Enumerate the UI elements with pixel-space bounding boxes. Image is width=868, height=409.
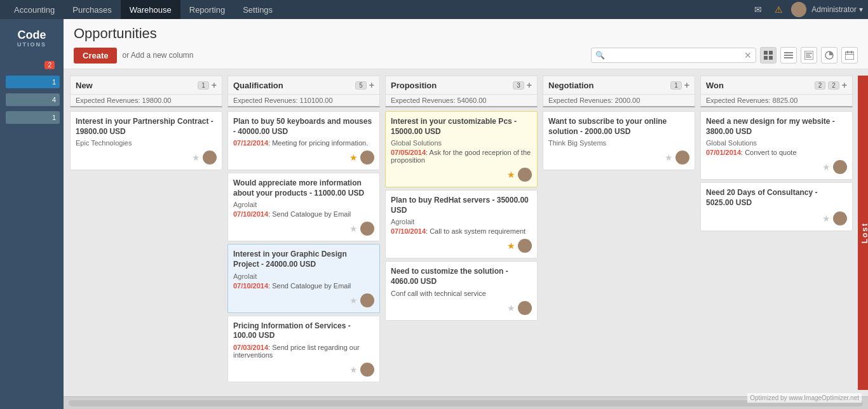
- kanban-card[interactable]: Want to subscribe to your online solutio…: [543, 111, 695, 170]
- col-title-won: Won: [706, 81, 724, 90]
- kanban-card[interactable]: Interest in your customizable Pcs - 1500…: [385, 111, 538, 187]
- kanban-col-new: New1+Expected Revenues: 19800.00Interest…: [70, 76, 222, 390]
- kanban-card[interactable]: Plan to buy 50 keyboards and mouses - 40…: [227, 111, 380, 170]
- kanban-card[interactable]: Plan to buy RedHat servers - 35000.00 US…: [385, 190, 538, 258]
- kanban-col-proposition: Proposition3+Expected Revenues: 54060.00…: [385, 76, 538, 390]
- card-note: 07/10/2014: Call to ask system requireme…: [391, 227, 532, 235]
- sidebar-item-1[interactable]: 1: [6, 76, 60, 88]
- star-icon[interactable]: ★: [349, 295, 358, 305]
- svg-rect-3: [769, 56, 773, 60]
- nav-item-settings[interactable]: Settings: [234, 0, 281, 19]
- kanban-card[interactable]: Would appreciate more information about …: [227, 173, 380, 241]
- svg-rect-14: [851, 51, 852, 53]
- col-cards-proposition: Interest in your customizable Pcs - 1500…: [385, 107, 538, 390]
- col-title-qualification: Qualification: [233, 81, 283, 90]
- card-avatar: [360, 222, 374, 236]
- col-badge-new: 1: [198, 81, 209, 90]
- col-header-right: 3+: [513, 80, 532, 90]
- top-navigation: Accounting Purchases Warehouse Reporting…: [0, 0, 868, 19]
- col-add-button-qualification[interactable]: +: [369, 80, 374, 90]
- card-note-text: : Convert to quote: [741, 149, 796, 156]
- card-date: 07/12/2014: [233, 139, 268, 147]
- col-add-button-new[interactable]: +: [212, 80, 217, 90]
- avatar[interactable]: [791, 2, 806, 17]
- col-badge-proposition: 3: [513, 81, 524, 90]
- col-revenue-won: Expected Revenues: 8825.00: [700, 94, 853, 107]
- col-header-proposition: Proposition3+: [385, 76, 538, 94]
- header-left: Create or Add a new column: [74, 48, 194, 64]
- card-footer: ★: [76, 151, 217, 164]
- kanban-card[interactable]: Interest in your Graphic Design Project …: [227, 244, 380, 312]
- calendar-view-button[interactable]: [841, 47, 858, 64]
- kanban-col-qualification: Qualification5+Expected Revenues: 110100…: [227, 76, 380, 390]
- card-avatar: [203, 151, 217, 164]
- card-avatar: [360, 151, 374, 164]
- star-icon[interactable]: ★: [665, 152, 673, 163]
- card-footer: ★: [391, 301, 532, 315]
- star-icon[interactable]: ★: [192, 152, 200, 163]
- col-header-right: 5+: [355, 80, 374, 90]
- page-title: Opportunities: [74, 25, 858, 42]
- kanban-card[interactable]: Interest in your Partnership Contract - …: [70, 111, 222, 170]
- alert-icon[interactable]: ⚠: [771, 2, 786, 17]
- col-header-negotiation: Negotiation1+: [543, 76, 695, 94]
- card-footer: ★: [391, 239, 532, 253]
- card-avatar: [360, 363, 374, 377]
- card-company: Agrolait: [391, 218, 532, 225]
- form-view-button[interactable]: [801, 47, 817, 64]
- sidebar-badge-1[interactable]: 2: [44, 61, 55, 69]
- card-title: Need 20 Days of Consultancy - 5025.00 US…: [706, 188, 847, 208]
- col-revenue-proposition: Expected Revenues: 54060.00: [385, 94, 538, 107]
- card-footer: ★: [391, 168, 532, 182]
- col-revenue-new: Expected Revenues: 19800.00: [70, 94, 222, 107]
- logo-line1: Code: [17, 29, 46, 42]
- nav-item-warehouse[interactable]: Warehouse: [121, 0, 180, 19]
- star-icon[interactable]: ★: [507, 170, 515, 180]
- add-column-link[interactable]: or Add a new column: [122, 51, 193, 60]
- card-date: 07/10/2014: [233, 282, 268, 290]
- card-avatar: [360, 293, 374, 307]
- star-icon[interactable]: ★: [822, 162, 831, 172]
- card-company: Global Solutions: [706, 139, 847, 147]
- lost-strip[interactable]: Lost: [858, 76, 868, 390]
- star-icon[interactable]: ★: [507, 303, 515, 313]
- card-note: 07/01/2014: Convert to quote: [706, 149, 847, 156]
- kanban-view-button[interactable]: [760, 47, 776, 64]
- svg-rect-12: [845, 52, 854, 60]
- header-toolbar: Create or Add a new column 🔍 ✕: [74, 47, 858, 69]
- card-title: Pricing Information of Services - 100.00…: [233, 321, 374, 341]
- star-icon[interactable]: ★: [349, 365, 358, 375]
- search-icon: 🔍: [595, 51, 605, 60]
- nav-item-accounting[interactable]: Accounting: [5, 0, 64, 19]
- star-icon[interactable]: ★: [507, 241, 515, 251]
- search-clear-icon[interactable]: ✕: [744, 50, 752, 60]
- card-note: Conf call with technical service: [391, 290, 532, 297]
- horizontal-scrollbar[interactable]: [69, 400, 863, 406]
- logo-line2: UTIONS: [17, 42, 46, 48]
- kanban-col-negotiation: Negotiation1+Expected Revenues: 2000.00W…: [543, 76, 695, 390]
- list-view-button[interactable]: [780, 47, 797, 64]
- sidebar-item-2[interactable]: 4: [6, 93, 60, 106]
- admin-button[interactable]: Administrator ▾: [811, 5, 863, 14]
- graph-view-button[interactable]: [821, 47, 837, 64]
- star-icon[interactable]: ★: [822, 213, 831, 224]
- card-footer: ★: [233, 222, 374, 236]
- kanban-card[interactable]: Need 20 Days of Consultancy - 5025.00 US…: [700, 182, 853, 231]
- col-add-button-negotiation[interactable]: +: [684, 80, 689, 90]
- nav-right-section: ✉ ⚠ Administrator ▾: [750, 2, 863, 17]
- col-add-button-proposition[interactable]: +: [527, 80, 532, 90]
- mail-icon[interactable]: ✉: [750, 2, 766, 17]
- kanban-card[interactable]: Pricing Information of Services - 100.00…: [227, 316, 380, 382]
- sidebar-item-3[interactable]: 1: [6, 111, 60, 124]
- card-company: Think Big Systems: [548, 139, 689, 147]
- kanban-card[interactable]: Need to customize the solution - 4060.00…: [385, 261, 538, 320]
- create-button[interactable]: Create: [74, 48, 117, 64]
- star-icon[interactable]: ★: [349, 152, 358, 163]
- star-icon[interactable]: ★: [349, 224, 358, 234]
- search-input[interactable]: [607, 51, 744, 60]
- col-add-button-won[interactable]: +: [842, 80, 847, 90]
- col-header-right: 22+: [815, 80, 847, 90]
- nav-item-reporting[interactable]: Reporting: [180, 0, 234, 19]
- kanban-card[interactable]: Need a new design for my website - 3800.…: [700, 111, 853, 180]
- nav-item-purchases[interactable]: Purchases: [64, 0, 120, 19]
